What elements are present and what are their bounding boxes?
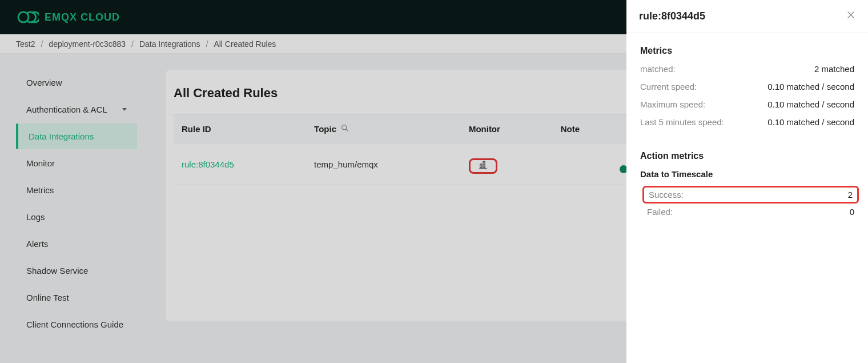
- metric-label: Last 5 minutes speed:: [640, 117, 724, 127]
- metric-label: Current speed:: [640, 82, 697, 91]
- metrics-heading: Metrics: [640, 46, 854, 56]
- rule-drawer: rule:8f0344d5 Metrics matched: 2 matched…: [626, 0, 868, 363]
- drawer-body: Metrics matched: 2 matched Current speed…: [626, 33, 868, 237]
- metric-label: Success:: [649, 190, 684, 200]
- metric-matched: matched: 2 matched: [640, 64, 854, 74]
- success-highlight: Success: 2: [642, 186, 859, 204]
- drawer-title: rule:8f0344d5: [639, 10, 705, 22]
- metric-value: 0.10 matched / second: [767, 117, 854, 127]
- metric-value: 0: [850, 207, 854, 217]
- metric-failed: Failed: 0: [647, 207, 854, 217]
- action-target: Data to Timescale: [640, 169, 854, 179]
- metric-current-speed: Current speed: 0.10 matched / second: [640, 82, 854, 91]
- metric-value: 0.10 matched / second: [767, 82, 854, 91]
- metric-value: 0.10 matched / second: [767, 99, 854, 109]
- metric-value: 2 matched: [814, 64, 854, 74]
- metric-success: Success: 2: [649, 190, 853, 200]
- drawer-header: rule:8f0344d5: [626, 0, 868, 33]
- metric-label: Maximum speed:: [640, 99, 705, 109]
- metric-last5-speed: Last 5 minutes speed: 0.10 matched / sec…: [640, 117, 854, 127]
- action-metrics-heading: Action metrics: [640, 151, 854, 161]
- metric-label: matched:: [640, 64, 676, 74]
- metric-label: Failed:: [647, 207, 673, 217]
- metric-maximum-speed: Maximum speed: 0.10 matched / second: [640, 99, 854, 109]
- metric-value: 2: [848, 190, 853, 200]
- close-button[interactable]: [846, 10, 855, 22]
